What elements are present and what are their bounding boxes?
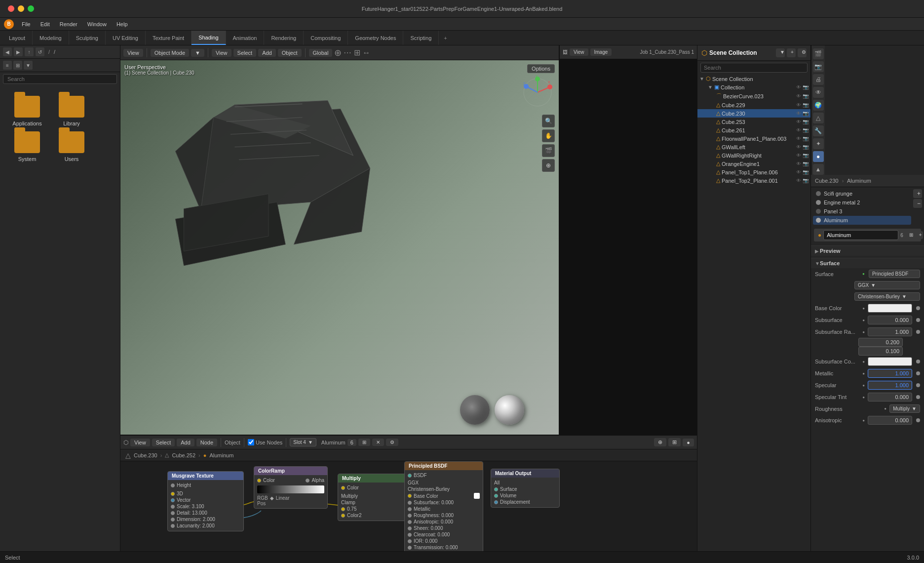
props-render-icon[interactable]: 📷: [813, 61, 824, 72]
props-object-icon[interactable]: △: [813, 113, 824, 123]
vis-cam[interactable]: 📷: [803, 161, 808, 166]
vis-cam[interactable]: 📷: [803, 102, 808, 108]
mat-slot-2[interactable]: Panel 3: [813, 207, 911, 216]
tree-item-panel-top2[interactable]: △ Panel_Top2_Plane.001 👁 📷: [697, 176, 810, 185]
subsurface-color-swatch[interactable]: [868, 357, 912, 366]
props-material-icon[interactable]: ●: [813, 151, 824, 162]
scene-collection-search[interactable]: [700, 63, 808, 73]
ne-tools-btn[interactable]: ⊞: [668, 438, 681, 446]
vis-eye[interactable]: 👁: [796, 144, 801, 150]
tab-compositing[interactable]: Compositing: [304, 31, 348, 45]
tab-shading[interactable]: Shading: [192, 31, 226, 45]
tab-texture-paint[interactable]: Texture Paint: [146, 31, 192, 45]
vis-cam[interactable]: 📷: [803, 178, 808, 183]
viewport-select-menu[interactable]: Object Mode: [151, 49, 189, 57]
node-editor-canvas[interactable]: Musgrave Texture Height 3D Vector Scale:…: [120, 461, 697, 563]
mat-slot-add[interactable]: +: [913, 189, 922, 198]
tree-item-cube229[interactable]: △ Cube.229 👁 📷: [697, 101, 810, 109]
tree-item-orangeengine[interactable]: △ OrangeEngine1 👁 📷: [697, 160, 810, 168]
tree-item-cube261[interactable]: △ Cube.261 👁 📷: [697, 126, 810, 134]
breadcrumb-cube230[interactable]: Cube.230: [134, 452, 157, 458]
tab-scripting[interactable]: Scripting: [403, 31, 439, 45]
metallic-value[interactable]: 1.000: [868, 369, 912, 378]
breadcrumb-cube252[interactable]: Cube.252: [172, 452, 195, 458]
ne-overlay-btn[interactable]: ●: [683, 439, 694, 446]
vis-cam[interactable]: 📷: [803, 93, 808, 99]
use-nodes-checkbox[interactable]: [248, 439, 254, 445]
menu-render[interactable]: Render: [56, 20, 81, 28]
viewport-options-button[interactable]: Options: [527, 64, 555, 73]
subsurface-g-value[interactable]: 0.200: [858, 338, 903, 347]
mat-copy-btn[interactable]: ⊞: [905, 231, 913, 239]
image-view-btn[interactable]: View: [570, 48, 588, 56]
viewport-zoom-icon[interactable]: 🔍: [542, 115, 555, 127]
mat-slot-0[interactable]: Scifi grunge: [813, 189, 911, 198]
menu-file[interactable]: File: [18, 20, 35, 28]
ne-view-btn[interactable]: View: [130, 439, 150, 446]
fb-folder-users[interactable]: Users: [52, 131, 91, 162]
image-btn[interactable]: Image: [590, 48, 612, 56]
mat-new-btn[interactable]: +: [915, 231, 923, 239]
sc-render-toggle[interactable]: 📷: [803, 84, 808, 90]
tree-item-cube230[interactable]: △ Cube.230 👁 📷: [697, 109, 810, 118]
ne-zoom-btn[interactable]: ⊕: [654, 438, 666, 446]
tree-item-floorwall[interactable]: △ FloorwallPane1_Plane.003 👁 📷: [697, 134, 810, 143]
props-scene-icon[interactable]: 🎬: [813, 48, 824, 59]
tree-item-scene-collection[interactable]: ▼ ⬡ Scene Collection: [697, 75, 810, 83]
props-data-icon[interactable]: ▲: [813, 164, 824, 175]
vis-cam[interactable]: 📷: [803, 136, 808, 141]
fb-folder-system[interactable]: System: [7, 131, 47, 162]
menu-edit[interactable]: Edit: [37, 20, 54, 28]
material-name-input[interactable]: [823, 230, 898, 240]
props-modifier-icon[interactable]: 🔧: [813, 125, 824, 136]
vis-cam[interactable]: 📷: [803, 153, 808, 158]
specular-value[interactable]: 1.000: [868, 381, 912, 390]
viewport-3d[interactable]: User Perspective (1) Scene Collection | …: [120, 60, 559, 435]
tree-item-collection[interactable]: ▼ ▣ Collection 👁 📷: [697, 83, 810, 91]
vis-eye[interactable]: 👁: [796, 169, 801, 175]
node-musgrave-texture[interactable]: Musgrave Texture Height 3D Vector Scale:…: [167, 471, 244, 531]
vis-eye[interactable]: 👁: [796, 136, 801, 141]
vis-eye[interactable]: 👁: [796, 127, 801, 133]
vis-eye[interactable]: 👁: [796, 161, 801, 166]
vis-cam[interactable]: 📷: [803, 144, 808, 150]
vis-cam[interactable]: 📷: [803, 111, 808, 116]
tab-animation[interactable]: Animation: [226, 31, 265, 45]
preview-section-header[interactable]: ▶ Preview: [811, 246, 924, 256]
fb-folder-library[interactable]: Library: [52, 96, 91, 126]
menu-window[interactable]: Window: [83, 20, 111, 28]
node-multiply[interactable]: Multiply Color Multiply Clamp 0.75 Color…: [338, 474, 407, 521]
node-principled-bsdf[interactable]: Principled BSDF BSDF GGX Christensen-Bur…: [404, 461, 483, 560]
tab-uv-editing[interactable]: UV Editing: [106, 31, 146, 45]
distribution-dropdown[interactable]: GGX ▼: [854, 281, 920, 289]
sc-visibility-toggle[interactable]: 👁: [796, 84, 801, 90]
ne-copy-btn[interactable]: ⊞: [358, 439, 370, 446]
vis-eye[interactable]: 👁: [796, 93, 801, 99]
ne-settings-btn[interactable]: ⚙: [386, 439, 398, 446]
close-button[interactable]: [8, 5, 14, 12]
sc-filter-btn[interactable]: ▼: [776, 48, 785, 57]
tree-item-gwallleft[interactable]: △ GWallLeft 👁 📷: [697, 143, 810, 151]
surface-type-dropdown[interactable]: Principled BSDF: [869, 270, 920, 278]
tab-geometry-nodes[interactable]: Geometry Nodes: [348, 31, 403, 45]
minimize-button[interactable]: [18, 5, 24, 12]
viewport-view-menu[interactable]: View: [123, 49, 143, 57]
vis-eye[interactable]: 👁: [796, 102, 801, 108]
subsurface-value[interactable]: 0.000: [868, 316, 912, 324]
tree-item-cube253[interactable]: △ Cube.253 👁 📷: [697, 118, 810, 126]
fb-forward-button[interactable]: ▶: [14, 47, 23, 56]
vis-eye[interactable]: 👁: [796, 119, 801, 124]
viewport-global-btn[interactable]: Global: [309, 49, 333, 57]
mat-slot-3-active[interactable]: Aluminum: [813, 216, 911, 225]
tab-layout[interactable]: Layout: [2, 31, 33, 45]
ne-node-btn[interactable]: Node: [196, 439, 217, 446]
fb-up-button[interactable]: ↑: [25, 47, 34, 56]
props-particles-icon[interactable]: ✦: [813, 138, 824, 149]
viewport-gizmo[interactable]: X Y Z: [520, 75, 555, 110]
slot-dropdown[interactable]: Slot 4 ▼: [290, 438, 316, 446]
vis-eye[interactable]: 👁: [796, 178, 801, 183]
viewport-object-btn[interactable]: Object: [278, 49, 302, 57]
breadcrumb-material[interactable]: Aluminum: [209, 452, 233, 458]
vis-cam[interactable]: 📷: [803, 169, 808, 175]
specular-tint-value[interactable]: 0.000: [868, 393, 912, 402]
